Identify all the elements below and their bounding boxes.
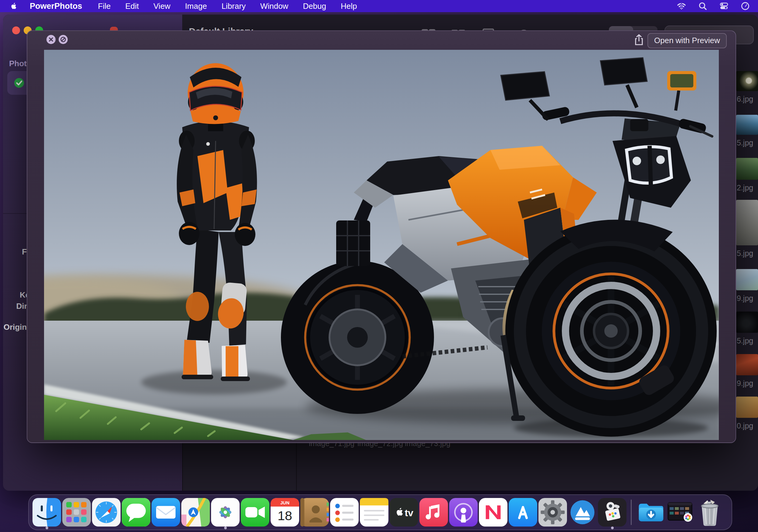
thumbnail-mountain-lake[interactable] [736, 115, 758, 135]
dock-contacts-icon[interactable] [300, 498, 329, 526]
apple-tv-label: tv [405, 507, 414, 518]
thumbnail-autumn-red[interactable] [736, 354, 758, 375]
thumbnail-daisy[interactable] [736, 71, 758, 91]
thumbnail-dark-vinyl[interactable] [736, 312, 758, 333]
dock-finder-icon[interactable] [32, 498, 61, 526]
checkmark-icon [14, 78, 24, 88]
dock-calendar-icon[interactable]: JUN 18 [271, 498, 299, 526]
dock-apple-tv-icon[interactable]: tv [390, 498, 418, 526]
menubar-app-name[interactable]: PowerPhotos [30, 2, 82, 11]
dock-podcasts-icon[interactable] [449, 498, 478, 526]
grid-item[interactable]: 6.jpg [736, 71, 758, 104]
dock-downloads-folder-icon[interactable] [636, 498, 665, 526]
motorcycle-rider-photo [44, 50, 719, 440]
share-icon[interactable] [634, 34, 644, 46]
dock-messages-icon[interactable] [122, 498, 150, 526]
grid-item[interactable]: 5.jpg [736, 312, 758, 345]
thumbnail-label: 2.jpg [736, 183, 758, 192]
thumbnail-label: 0.jpg [736, 421, 758, 430]
photo-preview [44, 50, 719, 440]
dock-trash-icon[interactable] [696, 498, 724, 526]
fullscreen-icon [60, 36, 66, 43]
grid-item[interactable]: 0.jpg [736, 397, 758, 430]
dock-safari-icon[interactable] [92, 498, 121, 526]
close-traffic-light[interactable] [12, 26, 20, 34]
dock-reminders-icon[interactable] [330, 498, 359, 526]
thumbnail-label: 6.jpg [736, 95, 758, 104]
dock-settings-icon[interactable] [538, 498, 567, 526]
grid-item[interactable]: 5.jpg [736, 200, 758, 258]
dock-divider [631, 500, 632, 525]
quicklook-window: Open with Preview [27, 30, 736, 443]
apple-menu-icon[interactable] [10, 2, 17, 10]
open-with-preview-button[interactable]: Open with Preview [647, 33, 727, 48]
grid-item[interactable]: 5.jpg [736, 115, 758, 147]
grid-item[interactable]: 9.jpg [736, 354, 758, 388]
dock-mail-icon[interactable] [152, 498, 180, 526]
thumbnail-label: 9.jpg [736, 294, 758, 303]
wifi-alert-icon[interactable] [676, 1, 686, 11]
menu-bar: PowerPhotos File Edit View Image Library… [0, 0, 758, 12]
grid-item[interactable]: 2.jpg [736, 158, 758, 192]
calendar-day: 18 [278, 508, 292, 523]
quicklook-fullscreen-button[interactable] [59, 35, 68, 44]
menu-image[interactable]: Image [185, 2, 207, 11]
thumbnail-gray-fabric[interactable] [736, 200, 758, 245]
dock-maps-icon[interactable] [181, 498, 210, 526]
dock-app-cleaner-icon[interactable] [568, 498, 597, 526]
thumbnail-forest[interactable] [736, 158, 758, 180]
dock-photos-icon[interactable] [211, 498, 240, 526]
search-icon[interactable] [698, 1, 707, 11]
dock-notes-icon[interactable] [360, 498, 389, 526]
menu-window[interactable]: Window [260, 2, 288, 11]
dock-powerphotos-icon[interactable] [598, 498, 627, 526]
calendar-month: JUN [280, 500, 290, 505]
thumbnail-pale-leaves[interactable] [736, 269, 758, 290]
dock-app-store-icon[interactable] [509, 498, 537, 526]
thumbnail-label: 5.jpg [736, 249, 758, 258]
dock-minimized-window-thumbnail[interactable] [666, 498, 694, 526]
menu-file[interactable]: File [98, 2, 111, 11]
menu-edit[interactable]: Edit [125, 2, 139, 11]
thumbnail-label: 9.jpg [736, 379, 758, 388]
dock: JUN 18 tv [28, 494, 732, 530]
thumbnail-warm-bokeh[interactable] [736, 397, 758, 418]
menu-library[interactable]: Library [222, 2, 245, 11]
grid-item[interactable]: 9.jpg [736, 269, 758, 303]
thumbnail-label: 5.jpg [736, 336, 758, 345]
control-center-icon[interactable] [719, 1, 729, 11]
clock-icon[interactable] [741, 1, 750, 11]
thumbnail-label: 5.jpg [736, 139, 758, 147]
dock-music-icon[interactable] [419, 498, 448, 526]
dock-facetime-icon[interactable] [241, 498, 269, 526]
close-icon [48, 37, 54, 42]
quicklook-close-button[interactable] [47, 35, 55, 44]
menu-debug[interactable]: Debug [303, 2, 326, 11]
menu-help[interactable]: Help [341, 2, 357, 11]
menu-view[interactable]: View [154, 2, 170, 11]
dock-launchpad-icon[interactable] [62, 498, 91, 526]
dock-news-icon[interactable] [479, 498, 507, 526]
